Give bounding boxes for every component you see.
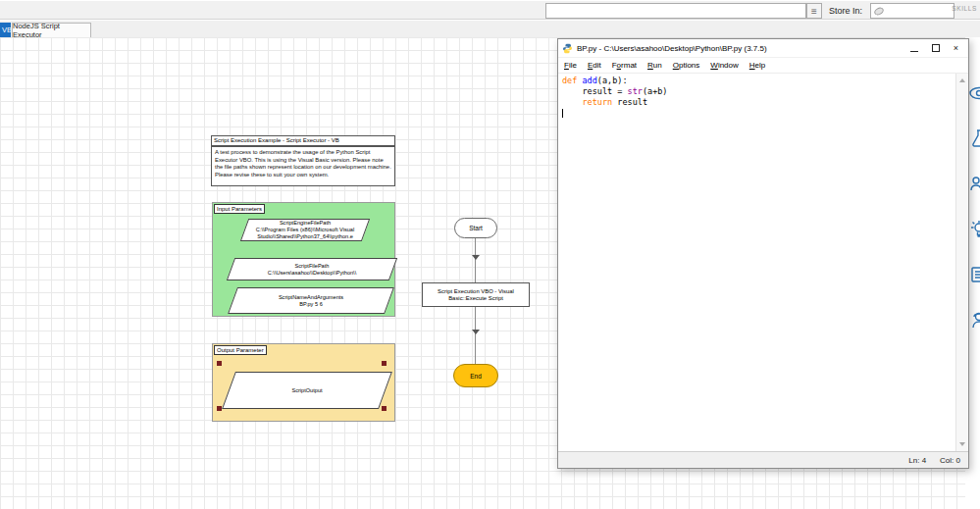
note-body[interactable]: A test process to demonstrate the usage … <box>211 146 395 186</box>
menu-format[interactable]: Format <box>612 61 637 70</box>
stage-text: ScriptFilePath C:\\Users\asahoo\\Desktop… <box>232 259 392 280</box>
execute-script-action[interactable]: Script Execution VBO - Visual Basic::Exe… <box>422 282 530 307</box>
idle-window: BP.py - C:\Users\asahoo\Desktop\Python\B… <box>557 38 969 469</box>
stage-text: ScriptEngineFilePath C:\\Program Files (… <box>245 220 365 240</box>
expression-input[interactable] <box>545 3 806 19</box>
connector-line <box>475 307 476 364</box>
code-line: def add(a,b): <box>562 76 955 86</box>
end-node[interactable]: End <box>453 364 498 387</box>
stage-name: ScriptFilePath <box>232 263 392 270</box>
selection-handle[interactable] <box>382 361 387 366</box>
menu-edit[interactable]: Edit <box>588 61 601 70</box>
stage-script-name-and-arguments[interactable]: ScriptNameAndArguments BP.py 5 6 <box>228 287 394 314</box>
minimize-button[interactable] <box>910 44 918 52</box>
idle-titlebar[interactable]: BP.py - C:\Users\asahoo\Desktop\Python\B… <box>558 39 968 58</box>
idle-body: def add(a,b): result = str(a+b) return r… <box>558 74 968 451</box>
code-area[interactable]: def add(a,b): result = str(a+b) return r… <box>558 74 955 451</box>
pencil-icon <box>873 6 885 17</box>
scroll-up-icon[interactable] <box>959 78 965 82</box>
stage-text: ScriptOutput <box>230 373 385 408</box>
menu-window[interactable]: Window <box>710 61 738 70</box>
stage-script-engine-file-path[interactable]: ScriptEngineFilePath C:\\Program Files (… <box>240 219 370 241</box>
stage-name: ScriptOutput <box>230 387 385 394</box>
expression-list-button[interactable]: ≡ <box>806 3 822 19</box>
scroll-down-icon[interactable] <box>959 442 965 446</box>
stage-script-output[interactable]: ScriptOutput <box>222 372 392 409</box>
code-line: return result <box>562 97 955 108</box>
idle-menubar: FileEditFormatRunOptionsWindowHelp <box>558 58 968 74</box>
stage-value: Studio\\Shared\\Python37_64\\python.e <box>245 233 365 240</box>
stage-value: C:\\Program Files (x86)\\Microsoft Visua… <box>245 227 365 233</box>
menu-file[interactable]: File <box>564 61 577 70</box>
code-line: result = str(a+b) <box>562 86 955 97</box>
menu-run[interactable]: Run <box>647 61 662 70</box>
note-title[interactable]: Script Execution Example - Script Execut… <box>211 135 395 146</box>
stage-name: ScriptNameAndArguments <box>233 294 388 301</box>
vertical-scrollbar[interactable] <box>955 74 968 451</box>
input-parameters-group[interactable]: Input Parameters ScriptEngineFilePath C:… <box>212 202 395 317</box>
stage-script-file-path[interactable]: ScriptFilePath C:\\Users\asahoo\\Desktop… <box>227 258 397 280</box>
tab-bar: VB NodeJS Script Executor <box>0 21 980 37</box>
text-cursor <box>562 109 563 118</box>
menu-options[interactable]: Options <box>673 61 700 70</box>
status-col: Col: 0 <box>940 456 960 465</box>
store-in-label: Store In: <box>829 6 862 16</box>
stage-value: C:\\Users\asahoo\\Desktop\\Python\\ <box>232 270 392 277</box>
window-controls: × <box>901 44 968 53</box>
selection-handle[interactable] <box>217 361 222 366</box>
tab-vb[interactable]: VB <box>0 23 11 37</box>
stage-name: ScriptEngineFilePath <box>245 220 365 227</box>
store-in-input[interactable] <box>870 3 954 19</box>
start-node[interactable]: Start <box>454 218 497 238</box>
app-window: ≡ Store In: SKILLS VB NodeJS Script Exec… <box>0 0 980 509</box>
window-title: BP.py - C:\Users\asahoo\Desktop\Python\B… <box>577 44 901 53</box>
top-toolbar: ≡ Store In: SKILLS <box>0 0 980 20</box>
selection-handle[interactable] <box>382 406 387 411</box>
status-line: Ln: 4 <box>908 456 926 465</box>
close-button[interactable]: × <box>954 44 958 53</box>
code-line <box>562 108 955 119</box>
python-file-icon <box>562 43 573 54</box>
output-parameter-group[interactable]: Output Parameter ScriptOutput <box>212 343 395 422</box>
list-icon: ≡ <box>811 6 817 17</box>
idle-statusbar: Ln: 4 Col: 0 <box>558 451 968 468</box>
group-label: Output Parameter <box>214 345 267 355</box>
skills-label: SKILLS <box>952 5 977 12</box>
arrowhead-icon <box>472 255 480 260</box>
stage-text: ScriptNameAndArguments BP.py 5 6 <box>233 288 388 313</box>
maximize-button[interactable] <box>932 44 940 52</box>
selection-handle[interactable] <box>217 406 222 411</box>
arrowhead-icon <box>472 330 480 334</box>
group-label: Input Parameters <box>214 204 265 214</box>
connector-line <box>475 238 476 282</box>
menu-help[interactable]: Help <box>749 61 765 70</box>
tab-nodejs-script-executor[interactable]: NodeJS Script Executor <box>12 23 91 37</box>
stage-value: BP.py 5 6 <box>233 301 388 308</box>
